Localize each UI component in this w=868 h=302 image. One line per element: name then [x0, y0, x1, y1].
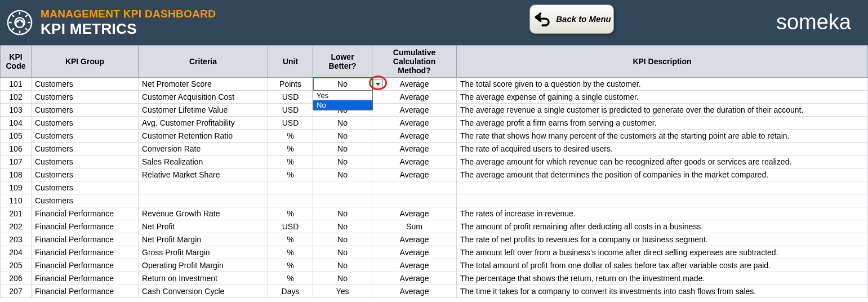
dropdown-option[interactable]: No — [313, 100, 372, 110]
cell-code[interactable]: 207 — [1, 285, 32, 298]
cell-code[interactable]: 205 — [1, 259, 32, 272]
cell-code[interactable]: 204 — [1, 246, 32, 259]
dropdown-list[interactable]: YesNo — [313, 90, 373, 110]
cell-desc[interactable] — [457, 194, 868, 207]
cell-calc[interactable]: Average — [372, 259, 457, 272]
cell-criteria[interactable]: Revenue Growth Rate — [139, 207, 268, 220]
cell-lower[interactable]: No — [313, 272, 372, 285]
dropdown-arrow-icon[interactable] — [373, 79, 383, 89]
back-to-menu-button[interactable]: Back to Menu — [529, 5, 614, 34]
cell-calc[interactable]: Sum — [372, 220, 457, 233]
cell-group[interactable]: Financial Performance — [32, 259, 139, 272]
cell-lower[interactable]: NoYesNo — [313, 78, 372, 91]
cell-calc[interactable]: Average — [372, 130, 457, 143]
cell-criteria[interactable]: Customer Retention Ratio — [139, 130, 268, 143]
cell-unit[interactable]: USD — [268, 104, 313, 117]
cell-criteria[interactable]: Gross Profit Margin — [139, 246, 268, 259]
cell-group[interactable]: Customers — [32, 130, 139, 143]
cell-calc[interactable]: Average — [372, 246, 457, 259]
cell-criteria[interactable] — [139, 194, 268, 207]
cell-calc[interactable]: Average — [372, 143, 457, 156]
cell-group[interactable]: Customers — [32, 156, 139, 168]
cell-group[interactable]: Financial Performance — [32, 207, 139, 220]
cell-code[interactable]: 105 — [1, 130, 32, 143]
cell-group[interactable]: Customers — [32, 91, 139, 104]
cell-calc[interactable] — [372, 194, 457, 207]
cell-unit[interactable]: USD — [268, 117, 313, 130]
cell-desc[interactable]: The total score given to a question by t… — [457, 78, 868, 91]
cell-criteria[interactable]: Net Promoter Score — [139, 78, 268, 91]
cell-criteria[interactable]: Conversion Rate — [139, 143, 268, 156]
cell-desc[interactable]: The percentage that shows the return, re… — [457, 272, 868, 285]
cell-unit[interactable]: % — [268, 207, 313, 220]
cell-group[interactable]: Financial Performance — [32, 272, 139, 285]
cell-code[interactable]: 203 — [1, 233, 32, 246]
cell-unit[interactable]: % — [268, 130, 313, 143]
cell-code[interactable]: 109 — [1, 181, 32, 194]
cell-desc[interactable]: The average expense of gaining a single … — [457, 91, 868, 104]
cell-code[interactable]: 201 — [1, 207, 32, 220]
cell-unit[interactable] — [268, 181, 313, 194]
cell-desc[interactable] — [457, 181, 868, 194]
cell-group[interactable]: Financial Performance — [32, 233, 139, 246]
cell-calc[interactable]: Average — [372, 104, 457, 117]
cell-desc[interactable]: The average profit a firm earns from ser… — [457, 117, 868, 130]
cell-lower[interactable]: No — [313, 117, 372, 130]
cell-lower[interactable]: No — [313, 207, 372, 220]
cell-lower[interactable] — [313, 194, 372, 207]
cell-lower[interactable]: No — [313, 259, 372, 272]
cell-unit[interactable]: USD — [268, 91, 313, 104]
cell-group[interactable]: Customers — [32, 168, 139, 181]
cell-unit[interactable]: % — [268, 233, 313, 246]
cell-unit[interactable]: % — [268, 156, 313, 168]
col-header-lower[interactable]: Lower Better? — [313, 46, 372, 78]
cell-lower[interactable]: No — [313, 143, 372, 156]
dropdown-option[interactable]: Yes — [313, 91, 372, 100]
cell-criteria[interactable]: Net Profit — [139, 220, 268, 233]
cell-unit[interactable]: % — [268, 143, 313, 156]
cell-lower[interactable]: Yes — [313, 285, 372, 298]
cell-calc[interactable] — [372, 181, 457, 194]
cell-group[interactable]: Customers — [32, 117, 139, 130]
cell-calc[interactable]: Average — [372, 233, 457, 246]
cell-criteria[interactable] — [139, 181, 268, 194]
cell-desc[interactable]: The rates of increase in revenue. — [457, 207, 868, 220]
cell-unit[interactable]: Points — [268, 78, 313, 91]
cell-calc[interactable]: Average — [372, 285, 457, 298]
col-header-group[interactable]: KPI Group — [32, 46, 139, 78]
cell-code[interactable]: 107 — [1, 156, 32, 168]
cell-desc[interactable]: The rate of acquired users to desired us… — [457, 143, 868, 156]
cell-criteria[interactable]: Cash Conversion Cycle — [139, 285, 268, 298]
cell-unit[interactable]: % — [268, 272, 313, 285]
cell-lower[interactable]: No — [313, 233, 372, 246]
cell-group[interactable]: Financial Performance — [32, 246, 139, 259]
cell-code[interactable]: 103 — [1, 104, 32, 117]
cell-code[interactable]: 206 — [1, 272, 32, 285]
cell-code[interactable]: 108 — [1, 168, 32, 181]
cell-calc[interactable]: Average — [372, 156, 457, 168]
cell-unit[interactable] — [268, 194, 313, 207]
col-header-calc[interactable]: Cumulative Calculation Method? — [372, 46, 457, 78]
cell-desc[interactable]: The rate of net profits to revenues for … — [457, 233, 868, 246]
cell-unit[interactable]: Days — [268, 285, 313, 298]
cell-desc[interactable]: The time it takes for a company to conve… — [457, 285, 868, 298]
cell-desc[interactable]: The amount of profit remaining after ded… — [457, 220, 868, 233]
cell-desc[interactable]: The average revenue a single customer is… — [457, 104, 868, 117]
cell-unit[interactable]: % — [268, 246, 313, 259]
cell-lower[interactable]: No — [313, 246, 372, 259]
cell-unit[interactable]: % — [268, 168, 313, 181]
cell-criteria[interactable]: Sales Realization — [139, 156, 268, 168]
cell-unit[interactable]: USD — [268, 220, 313, 233]
cell-calc[interactable]: Average — [372, 272, 457, 285]
cell-calc[interactable]: Average — [372, 168, 457, 181]
col-header-code[interactable]: KPI Code — [1, 46, 32, 78]
cell-criteria[interactable]: Avg. Customer Profitability — [139, 117, 268, 130]
cell-desc[interactable]: The average amount for which revenue can… — [457, 156, 868, 168]
cell-criteria[interactable]: Net Profit Margin — [139, 233, 268, 246]
cell-code[interactable]: 104 — [1, 117, 32, 130]
col-header-criteria[interactable]: Criteria — [139, 46, 268, 78]
col-header-unit[interactable]: Unit — [268, 46, 313, 78]
cell-lower[interactable]: No — [313, 130, 372, 143]
cell-desc[interactable]: The amount left over from a business's i… — [457, 246, 868, 259]
cell-group[interactable]: Customers — [32, 194, 139, 207]
